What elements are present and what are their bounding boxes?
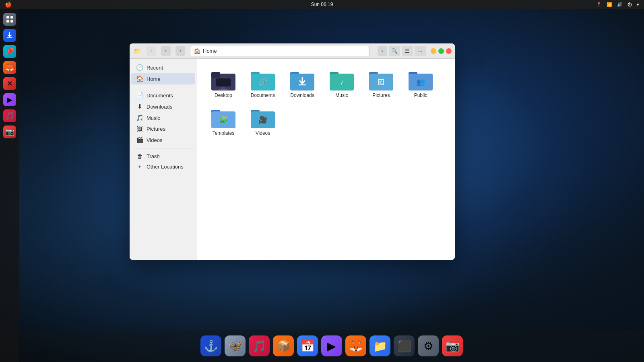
folder-downloads[interactable]: Downloads <box>284 67 320 101</box>
svg-text:🧩: 🧩 <box>219 115 228 124</box>
apple-menu[interactable]: 🍎 <box>5 1 12 8</box>
menubar-right: 📍 📶 🔊 ⏻ ▾ <box>596 2 639 7</box>
svg-text:♪: ♪ <box>340 77 344 86</box>
wifi-icon: 📶 <box>607 2 612 7</box>
folder-music-icon: ♪ <box>330 70 354 91</box>
folder-pictures[interactable]: 🖼 Pictures <box>363 67 399 101</box>
sidebar-item-downloads[interactable]: ⬇ Downloads <box>131 101 195 112</box>
dock-music-app[interactable]: 🎵 <box>249 335 270 356</box>
sidebar: 🕐 Recent 🏠 Home 📄 Documents ⬇ Downloads … <box>130 59 197 260</box>
minimize-button[interactable] <box>431 48 436 54</box>
media-player-icon: ▶ <box>3 93 16 106</box>
folder-videos[interactable]: 🎥 Videos <box>245 105 281 139</box>
main-content: Desktop 🔗 Documents <box>197 59 455 260</box>
svg-rect-0 <box>6 16 9 19</box>
nav-up-button[interactable]: ‹ <box>175 46 185 56</box>
videos-icon: 🎬 <box>136 136 143 144</box>
sidebar-item-documents[interactable]: 📄 Documents <box>131 90 195 101</box>
power-icon: ⏻ <box>627 2 632 7</box>
sidebar-item-downloads-label: Downloads <box>147 104 172 110</box>
folder-documents-icon: 🔗 <box>251 70 275 91</box>
folder-public-label: Public <box>414 93 427 98</box>
svg-rect-3 <box>10 20 13 23</box>
more-options-button[interactable]: ··· <box>415 46 426 56</box>
nav-back-button[interactable]: ‹ <box>147 46 156 56</box>
dock-anchor-app[interactable]: ⚓ <box>200 335 221 356</box>
trash-icon: 🗑 <box>136 153 143 160</box>
dock-firefox-app[interactable]: 🦊 <box>345 335 366 356</box>
file-grid: Desktop 🔗 Documents <box>205 67 447 140</box>
files-icon-btn[interactable]: 📁 <box>133 47 142 56</box>
dock-files-app[interactable]: 📁 <box>369 335 390 356</box>
clock-label: Sun 06:19 <box>311 2 333 7</box>
nav-next-location-button[interactable]: › <box>378 46 387 56</box>
view-list-button[interactable]: ☰ <box>402 46 413 56</box>
folder-downloads-label: Downloads <box>290 93 314 98</box>
sidebar-item-pictures-label: Pictures <box>147 126 165 132</box>
sidebar-item-music[interactable]: 🎵 Music <box>131 112 195 123</box>
folder-templates[interactable]: 🧩 Templates <box>205 105 242 139</box>
close-button[interactable] <box>446 48 452 54</box>
music-icon: 🎵 <box>136 114 143 121</box>
folder-pictures-label: Pictures <box>372 93 390 98</box>
sidebar-item-other-locations[interactable]: + Other Locations <box>131 162 195 172</box>
titlebar-actions: 🔍 ☰ ··· <box>389 46 426 56</box>
folder-videos-label: Videos <box>256 130 270 136</box>
sidebar-item-videos[interactable]: 🎬 Videos <box>131 134 195 146</box>
x-app-icon: ✕ <box>3 77 16 90</box>
documents-icon: 📄 <box>136 92 143 99</box>
svg-rect-9 <box>219 89 228 90</box>
folder-public[interactable]: 👥 Public <box>402 67 439 101</box>
sidebar-item-recent-label: Recent <box>147 65 163 71</box>
maximize-button[interactable] <box>438 48 444 54</box>
sidebar-item-home[interactable]: 🏠 Home <box>131 73 195 84</box>
svg-rect-1 <box>10 16 13 19</box>
downloader-icon <box>3 29 16 42</box>
home-location-icon: 🏠 <box>194 48 200 54</box>
sidebar-divider-2 <box>133 148 194 148</box>
dock-app-media-player[interactable]: ▶ <box>2 93 17 107</box>
dock-git-app[interactable]: 📦 <box>273 335 294 356</box>
recent-icon: 🕐 <box>136 64 143 71</box>
sidebar-item-trash[interactable]: 🗑 Trash <box>131 151 195 162</box>
folder-documents-label: Documents <box>251 93 275 98</box>
dock-butterfly-app[interactable]: 🦋 <box>225 335 246 356</box>
folder-desktop[interactable]: Desktop <box>205 67 242 101</box>
dock-app-sticky[interactable]: 📌 <box>2 44 17 59</box>
folder-desktop-label: Desktop <box>215 93 232 98</box>
other-locations-icon: + <box>136 164 143 170</box>
menubar: 🍎 Sun 06:19 📍 📶 🔊 ⏻ ▾ <box>0 0 644 9</box>
dock-app-downloader[interactable] <box>2 28 17 43</box>
sidebar-item-recent[interactable]: 🕐 Recent <box>131 62 195 73</box>
dock-app-screenshot[interactable]: 📷 <box>2 125 17 139</box>
menubar-left: 🍎 <box>5 1 12 8</box>
svg-rect-6 <box>211 72 220 76</box>
pictures-icon: 🖼 <box>136 125 143 132</box>
nav-forward-button[interactable]: › <box>161 46 171 56</box>
dock-app-xapp[interactable]: ✕ <box>2 76 17 91</box>
search-button[interactable]: 🔍 <box>389 46 400 56</box>
dock-calendar-app[interactable]: 📅 <box>297 335 318 356</box>
sidebar-item-pictures[interactable]: 🖼 Pictures <box>131 123 195 134</box>
home-icon: 🏠 <box>136 75 143 82</box>
folder-documents[interactable]: 🔗 Documents <box>245 67 281 101</box>
dock-app-grid[interactable] <box>2 12 17 27</box>
music-app-icon: 🎵 <box>3 109 16 122</box>
location-icon: 📍 <box>596 2 602 7</box>
folder-music[interactable]: ♪ Music <box>324 67 360 101</box>
bottom-dock: ⚓ 🦋 🎵 📦 📅 ▶ 🦊 📁 ⬛ ⚙ 📷 <box>19 330 644 362</box>
svg-text:👥: 👥 <box>416 78 425 86</box>
folder-templates-label: Templates <box>213 130 235 136</box>
svg-rect-2 <box>6 20 9 23</box>
dock-camera-app[interactable]: 📷 <box>442 335 463 356</box>
location-text: Home <box>203 48 217 54</box>
dock-player-app[interactable]: ▶ <box>321 335 342 356</box>
svg-text:🔗: 🔗 <box>258 77 268 86</box>
svg-text:🎥: 🎥 <box>258 115 268 124</box>
dock-app-music[interactable]: 🎵 <box>2 109 17 123</box>
svg-text:🖼: 🖼 <box>378 78 385 86</box>
dock-terminal-app[interactable]: ⬛ <box>394 335 415 356</box>
dock-app-firefox[interactable]: 🦊 <box>2 60 17 75</box>
dock-settings-app[interactable]: ⚙ <box>418 335 439 356</box>
folder-desktop-icon <box>211 70 235 91</box>
